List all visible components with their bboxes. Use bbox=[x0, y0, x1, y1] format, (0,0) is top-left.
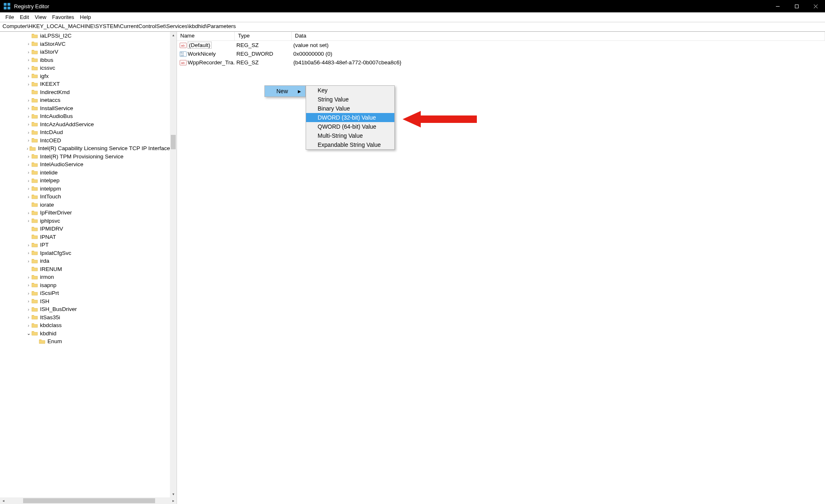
tree-expander-icon[interactable]: › bbox=[26, 299, 31, 304]
tree-item[interactable]: ⌄kbdhid bbox=[0, 330, 170, 338]
tree-expander-icon[interactable]: › bbox=[26, 41, 31, 46]
tree-item[interactable]: ›ibbus bbox=[0, 56, 170, 64]
registry-value-row[interactable]: ab(Default)REG_SZ(value not set) bbox=[177, 41, 825, 49]
context-menu[interactable]: New ▶ bbox=[264, 85, 306, 97]
tree-vertical-scrollbar[interactable]: ▴ ▾ bbox=[170, 32, 177, 497]
context-menu-item-new[interactable]: New ▶ bbox=[265, 86, 305, 97]
menu-view[interactable]: View bbox=[32, 13, 49, 21]
tree-item[interactable]: ›igfx bbox=[0, 72, 170, 80]
tree-item[interactable]: ›iaStorAVC bbox=[0, 40, 170, 48]
tree-expander-icon[interactable]: › bbox=[26, 291, 31, 296]
tree-expander-icon[interactable]: › bbox=[26, 130, 31, 135]
tree-expander-icon[interactable]: › bbox=[26, 170, 31, 175]
tree-expander-icon[interactable]: › bbox=[26, 323, 31, 328]
tree-item[interactable]: ›isapnp bbox=[0, 281, 170, 290]
menu-favorites[interactable]: Favorites bbox=[49, 13, 77, 21]
menu-edit[interactable]: Edit bbox=[17, 13, 32, 21]
tree-expander-icon[interactable]: › bbox=[26, 259, 31, 264]
scroll-right-icon[interactable]: ▸ bbox=[170, 497, 177, 504]
close-button[interactable] bbox=[806, 0, 825, 12]
tree-expander-icon[interactable]: › bbox=[26, 66, 31, 71]
tree-item[interactable]: IRENUM bbox=[0, 265, 170, 273]
tree-horizontal-scrollbar[interactable]: ◂ ▸ bbox=[0, 497, 177, 504]
tree-item[interactable]: ›IPT bbox=[0, 241, 170, 249]
scroll-down-icon[interactable]: ▾ bbox=[170, 491, 177, 497]
tree-item[interactable]: ›IntelAudioService bbox=[0, 160, 170, 169]
tree-item[interactable]: iorate bbox=[0, 201, 170, 209]
context-submenu-item[interactable]: DWORD (32-bit) Value bbox=[306, 113, 394, 122]
tree-item[interactable]: ›ISH_BusDriver bbox=[0, 305, 170, 313]
tree-expander-icon[interactable]: › bbox=[26, 275, 31, 280]
tree-expander-icon[interactable]: ⌄ bbox=[26, 331, 31, 336]
tree-expander-icon[interactable]: › bbox=[26, 114, 31, 119]
tree-expander-icon[interactable]: › bbox=[26, 49, 31, 54]
tree-expander-icon[interactable]: › bbox=[26, 315, 31, 320]
tree-item[interactable]: ›intelppm bbox=[0, 185, 170, 193]
tree-expander-icon[interactable]: › bbox=[26, 210, 31, 215]
tree-item[interactable]: ›kbdclass bbox=[0, 321, 170, 330]
context-submenu-item[interactable]: Key bbox=[306, 86, 394, 95]
column-header-type[interactable]: Type bbox=[235, 32, 292, 40]
tree-item[interactable]: ›IpFilterDriver bbox=[0, 209, 170, 217]
tree-item[interactable]: ›IpxlatCfgSvc bbox=[0, 249, 170, 257]
tree-item[interactable]: ›irda bbox=[0, 257, 170, 265]
tree-item[interactable]: ›inetaccs bbox=[0, 96, 170, 104]
tree-expander-icon[interactable]: › bbox=[26, 146, 29, 151]
scroll-up-icon[interactable]: ▴ bbox=[170, 32, 177, 38]
context-submenu-item[interactable]: String Value bbox=[306, 95, 394, 104]
scroll-thumb[interactable] bbox=[23, 498, 155, 503]
tree-expander-icon[interactable]: › bbox=[26, 307, 31, 312]
tree-expander-icon[interactable]: › bbox=[26, 154, 31, 159]
tree-expander-icon[interactable]: › bbox=[26, 250, 31, 255]
tree-item[interactable]: iaLPSSi_I2C bbox=[0, 32, 170, 40]
tree-item[interactable]: ›IntcAudioBus bbox=[0, 112, 170, 120]
tree-item[interactable]: ›IntcDAud bbox=[0, 128, 170, 137]
minimize-button[interactable] bbox=[768, 0, 787, 12]
tree-item[interactable]: ›Intel(R) Capability Licensing Service T… bbox=[0, 144, 170, 153]
tree-expander-icon[interactable]: › bbox=[26, 162, 31, 167]
tree-expander-icon[interactable]: › bbox=[26, 57, 31, 62]
tree-expander-icon[interactable]: › bbox=[26, 243, 31, 247]
tree-expander-icon[interactable]: › bbox=[26, 178, 31, 183]
registry-value-row[interactable]: 011110WorkNicelyREG_DWORD0x00000000 (0) bbox=[177, 49, 825, 58]
tree-item[interactable]: ›irmon bbox=[0, 273, 170, 281]
tree-item[interactable]: ›iphlpsvc bbox=[0, 217, 170, 225]
tree-item[interactable]: IPMIDRV bbox=[0, 225, 170, 233]
tree-item[interactable]: IndirectKmd bbox=[0, 88, 170, 97]
tree-item[interactable]: ›ISH bbox=[0, 297, 170, 306]
tree-expander-icon[interactable]: › bbox=[26, 138, 31, 143]
tree-item[interactable]: ›IntcAzAudAddService bbox=[0, 120, 170, 129]
tree-expander-icon[interactable]: › bbox=[26, 106, 31, 111]
tree-item[interactable]: ›Intel(R) TPM Provisioning Service bbox=[0, 153, 170, 161]
context-submenu-item[interactable]: Multi-String Value bbox=[306, 131, 394, 140]
scroll-left-icon[interactable]: ◂ bbox=[0, 497, 7, 504]
tree-expander-icon[interactable]: › bbox=[26, 186, 31, 191]
tree-item[interactable]: ›InstallService bbox=[0, 104, 170, 113]
tree-item[interactable]: ›intelide bbox=[0, 169, 170, 177]
menu-help[interactable]: Help bbox=[77, 13, 94, 21]
column-header-name[interactable]: Name bbox=[177, 32, 235, 40]
tree-expander-icon[interactable]: › bbox=[26, 194, 31, 199]
tree-item[interactable]: ›iaStorV bbox=[0, 48, 170, 56]
tree-item[interactable]: ›ItSas35i bbox=[0, 313, 170, 322]
tree-item[interactable]: ›icssvc bbox=[0, 64, 170, 72]
tree-item[interactable]: ›IntTouch bbox=[0, 193, 170, 201]
tree-item[interactable]: ›iScsiPrt bbox=[0, 289, 170, 297]
tree-item[interactable]: ›IntcOED bbox=[0, 137, 170, 145]
context-submenu-item[interactable]: Binary Value bbox=[306, 104, 394, 113]
tree-expander-icon[interactable]: › bbox=[26, 82, 31, 87]
scroll-thumb[interactable] bbox=[171, 135, 176, 149]
address-input[interactable] bbox=[2, 23, 823, 29]
context-submenu[interactable]: KeyString ValueBinary ValueDWORD (32-bit… bbox=[306, 85, 395, 150]
tree-expander-icon[interactable]: › bbox=[26, 218, 31, 223]
tree-item[interactable]: ›intelpep bbox=[0, 177, 170, 185]
column-header-data[interactable]: Data bbox=[292, 32, 825, 40]
context-submenu-item[interactable]: QWORD (64-bit) Value bbox=[306, 122, 394, 131]
tree-expander-icon[interactable]: › bbox=[26, 73, 31, 78]
registry-value-row[interactable]: abWppRecorder_Tra...REG_SZ{b41b0a56-4483… bbox=[177, 58, 825, 67]
menu-file[interactable]: File bbox=[2, 13, 17, 21]
maximize-button[interactable] bbox=[787, 0, 806, 12]
tree-item[interactable]: ›IKEEXT bbox=[0, 80, 170, 88]
tree-expander-icon[interactable]: › bbox=[26, 98, 31, 103]
tree-expander-icon[interactable]: › bbox=[26, 122, 31, 127]
